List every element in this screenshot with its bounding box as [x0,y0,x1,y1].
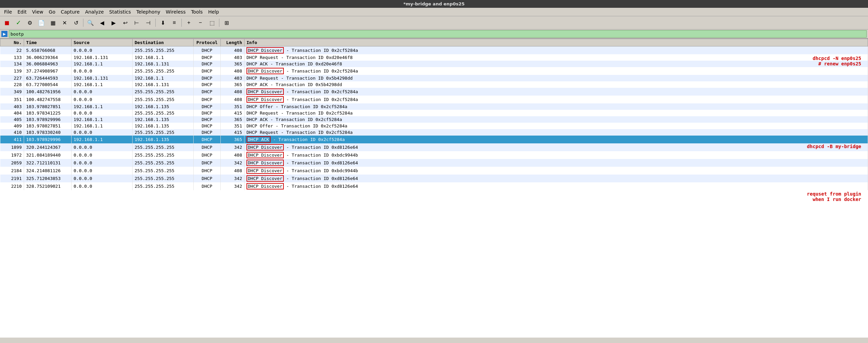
menu-item-analyze[interactable]: Analyze [82,8,106,15]
highlighted-keyword: DHCP Discover [246,96,284,103]
filter-icon: ▶ [1,31,7,37]
table-row[interactable]: 410103.9783302400.0.0.0255.255.255.255DH… [0,129,868,136]
toolbar-btn-last[interactable]: ⊣ [143,17,154,28]
table-row[interactable]: 13937.2749089670.0.0.0255.255.255.255DHC… [0,67,868,75]
cell-destination: 255.255.255.255 [133,182,194,190]
menu-item-capture[interactable]: Capture [58,8,82,15]
table-row[interactable]: 349100.4827619560.0.0.0255.255.255.255DH… [0,88,868,96]
cell-destination: 192.168.1.131 [133,81,194,88]
menu-item-view[interactable]: View [29,8,46,15]
cell-destination: 255.255.255.255 [133,129,194,136]
table-row[interactable]: 403103.978027851192.168.1.1192.168.1.135… [0,103,868,110]
col-header-info: Info [244,39,868,46]
cell-protocol: DHCP [194,143,221,151]
cell-source: 0.0.0.0 [72,110,133,116]
cell-protocol: DHCP [194,151,221,159]
cell-no: 405 [0,116,24,123]
cell-destination: 255.255.255.255 [133,151,194,159]
cell-info: DHCP Discover - Transaction ID 0x2cf5284… [244,96,868,103]
toolbar-btn-prev[interactable]: ◀ [97,17,107,28]
cell-source: 192.168.1.1 [72,103,133,110]
toolbar-btn-capture-options[interactable]: ⚙ [24,17,35,28]
toolbar-btn-reload[interactable]: ↺ [71,17,81,28]
table-row[interactable]: 13336.006239364192.168.1.131192.168.1.1D… [0,54,868,61]
cell-source: 0.0.0.0 [72,175,133,182]
cell-source: 0.0.0.0 [72,143,133,151]
cell-source: 0.0.0.0 [72,88,133,96]
toolbar-btn-stop[interactable]: ◼ [1,17,12,28]
menu-item-wireless[interactable]: Wireless [163,8,189,15]
toolbar-btn-zoom-reset[interactable]: ⬚ [206,17,217,28]
menu-item-go[interactable]: Go [46,8,58,15]
cell-length: 408 [221,167,244,175]
cell-destination: 255.255.255.255 [133,143,194,151]
cell-source: 192.168.1.131 [72,75,133,81]
cell-no: 1972 [0,151,24,159]
cell-source: 192.168.1.1 [72,81,133,88]
toolbar-btn-next[interactable]: ▶ [108,17,119,28]
toolbar-btn-zoom-in[interactable]: + [183,17,194,28]
menu-item-telephony[interactable]: Telephony [134,8,163,15]
toolbar-btn-expand[interactable]: ⊞ [221,17,232,28]
highlighted-keyword: DHCP Discover [246,167,284,174]
table-row[interactable]: 1972321.0841894400.0.0.0255.255.255.255D… [0,151,868,159]
toolbar-btn-goto[interactable]: ↩ [120,17,131,28]
cell-info: DHCP Discover - Transaction ID 0xd8126e6… [244,159,868,167]
title-bar: *my-bridge and enp0s25 [0,0,868,8]
menu-item-statistics[interactable]: Statistics [106,8,134,15]
cell-no: 2059 [0,159,24,167]
cell-time: 328.752109021 [24,182,72,190]
filter-bar: ▶ [0,29,868,39]
table-row[interactable]: 409103.978027851192.168.1.1192.168.1.135… [0,123,868,129]
cell-no: 2210 [0,182,24,190]
cell-info: DHCP Discover - Transaction ID 0xbdc9944… [244,167,868,175]
toolbar-btn-zoom-out[interactable]: − [195,17,206,28]
cell-info: DHCP Request - Transaction ID 0x5b4298dd [244,75,868,81]
toolbar: ◼✓⚙📄▦✕↺🔍◀▶↩⊢⊣⬇≡+−⬚⊞ [0,16,868,29]
cell-destination: 255.255.255.255 [133,96,194,103]
cell-length: 351 [221,103,244,110]
table-row[interactable]: 405103.978929996192.168.1.1192.168.1.135… [0,116,868,123]
menu-item-edit[interactable]: Edit [15,8,29,15]
cell-length: 365 [221,116,244,123]
cell-destination: 255.255.255.255 [133,67,194,75]
cell-length: 403 [221,54,244,61]
table-row[interactable]: 404103.9783412250.0.0.0255.255.255.255DH… [0,110,868,116]
table-row[interactable]: 2191325.7120438530.0.0.0255.255.255.255D… [0,175,868,182]
toolbar-btn-start[interactable]: ✓ [13,17,24,28]
cell-time: 325.712043853 [24,175,72,182]
table-row[interactable]: 2059322.7121101310.0.0.0255.255.255.255D… [0,159,868,167]
cell-protocol: DHCP [194,175,221,182]
cell-protocol: DHCP [194,110,221,116]
table-row[interactable]: 225.6587660680.0.0.0255.255.255.255DHCP4… [0,46,868,55]
table-row[interactable]: 351100.4827475580.0.0.0255.255.255.255DH… [0,96,868,103]
menu-item-file[interactable]: File [1,8,15,15]
cell-source: 0.0.0.0 [72,129,133,136]
toolbar-btn-find[interactable]: 🔍 [85,17,96,28]
cell-source: 192.168.1.1 [72,136,133,143]
cell-no: 410 [0,129,24,136]
table-row[interactable]: 2210328.7521090210.0.0.0255.255.255.255D… [0,182,868,190]
table-row[interactable]: 22863.727080544192.168.1.1192.168.1.131D… [0,81,868,88]
table-row[interactable]: 411103.978929996192.168.1.1192.168.1.135… [0,136,868,143]
menu-item-tools[interactable]: Tools [188,8,205,15]
table-row[interactable]: 2184324.2140811260.0.0.0255.255.255.255D… [0,167,868,175]
cell-length: 408 [221,46,244,55]
toolbar-btn-list[interactable]: ≡ [169,17,180,28]
packet-list[interactable]: No. Time Source Destination Protocol Len… [0,39,868,338]
table-row[interactable]: 22763.726444593192.168.1.131192.168.1.1D… [0,75,868,81]
toolbar-btn-close[interactable]: ✕ [59,17,70,28]
table-row[interactable]: 13436.006884963192.168.1.1192.168.1.131D… [0,61,868,67]
menu-item-help[interactable]: Help [205,8,222,15]
cell-length: 342 [221,143,244,151]
cell-length: 408 [221,96,244,103]
cell-time: 103.978330240 [24,129,72,136]
toolbar-btn-recent[interactable]: ▦ [47,17,58,28]
table-row[interactable]: 1899320.2441243670.0.0.0255.255.255.255D… [0,143,868,151]
table-header: No. Time Source Destination Protocol Len… [0,39,868,46]
toolbar-btn-first[interactable]: ⊢ [131,17,142,28]
toolbar-btn-scroll-lock[interactable]: ⬇ [157,17,168,28]
cell-destination: 192.168.1.135 [133,123,194,129]
toolbar-btn-open[interactable]: 📄 [36,17,47,28]
filter-input[interactable] [9,30,867,38]
